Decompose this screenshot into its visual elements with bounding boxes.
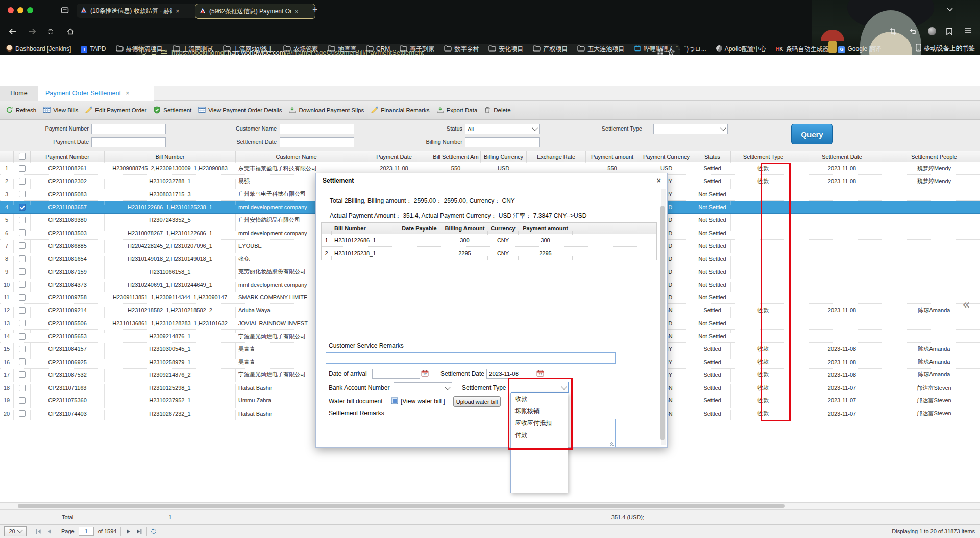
bookmark-item[interactable]: 五大连池项目 (577, 45, 624, 54)
page-size-select[interactable]: 20 (4, 526, 27, 536)
row-checkbox[interactable] (19, 346, 26, 352)
row-checkbox[interactable] (19, 358, 26, 365)
settlement-date-input[interactable] (280, 137, 354, 147)
toolbar-button-edit-payment-order[interactable]: Edit Payment Order (85, 106, 146, 115)
settlement-type-select[interactable] (653, 124, 728, 134)
minimize-window-button[interactable] (17, 7, 23, 13)
column-header-0[interactable]: Payment Number (31, 151, 105, 162)
bookmark-item[interactable]: HK条码自动生成器 (776, 45, 828, 54)
modal-table-row[interactable]: 1H2310122686_1300CNY300 (322, 234, 656, 247)
pocket-save-icon[interactable] (946, 28, 953, 37)
row-checkbox[interactable] (19, 229, 26, 236)
column-header-2[interactable]: Customer Name (236, 151, 357, 162)
bookmark-item[interactable]: 安化项目 (488, 45, 523, 54)
view-water-bill-link[interactable]: [View water bill ] (401, 398, 445, 405)
toolbar-button-download-payment-slips[interactable]: Download Payment Slips (288, 106, 364, 115)
horizontal-scrollbar[interactable] (0, 502, 980, 510)
payment-date-input[interactable] (91, 137, 166, 147)
bookmark-item[interactable]: CRM (366, 45, 390, 53)
toolbar-button-settlement[interactable]: Settlement (153, 106, 191, 115)
toolbar-button-delete[interactable]: Delete (484, 106, 510, 115)
csr-input[interactable] (326, 352, 616, 364)
mobile-bookmarks[interactable]: 移动设备上的书签 (916, 44, 975, 53)
forward-icon[interactable] (28, 28, 37, 37)
row-checkbox[interactable] (19, 191, 26, 197)
toolbar-button-export-data[interactable]: Export Data (436, 106, 478, 115)
row-checkbox[interactable] (19, 281, 26, 288)
zoom-window-button[interactable] (27, 7, 33, 13)
row-checkbox[interactable] (19, 268, 26, 275)
row-checkbox[interactable] (19, 165, 26, 172)
new-tab-button[interactable]: + (312, 5, 318, 15)
close-window-button[interactable] (8, 7, 14, 13)
close-tab-icon[interactable]: × (295, 8, 299, 15)
close-tab-icon[interactable]: × (126, 90, 129, 97)
calendar-icon[interactable]: 17 (421, 370, 429, 378)
bookmark-item[interactable]: Apollo配置中心 (716, 45, 766, 54)
row-checkbox[interactable] (19, 371, 26, 378)
column-header-1[interactable]: Bill Number (105, 151, 236, 162)
bookmark-item[interactable]: 土流网测试 (173, 45, 213, 54)
column-header-7[interactable]: Payment amount (586, 151, 639, 162)
status-select[interactable]: All (465, 124, 540, 134)
row-checkbox[interactable] (19, 320, 26, 326)
row-checkbox[interactable] (19, 255, 26, 262)
close-icon[interactable]: × (657, 176, 661, 185)
tab-home[interactable]: Home (0, 86, 38, 101)
column-header-10[interactable]: Settlement Type (731, 151, 796, 162)
calendar-icon[interactable]: 17 (536, 370, 544, 378)
refresh-grid-icon[interactable] (151, 529, 156, 534)
bookmark-item[interactable]: 地查查 (328, 45, 356, 54)
water-bill-checkbox-icon[interactable] (391, 397, 398, 406)
scrollbar-thumb[interactable] (18, 504, 785, 508)
arrival-date-input[interactable] (372, 369, 420, 379)
column-header-12[interactable]: Settlement People (888, 151, 980, 162)
bookmark-item[interactable]: 产权项目 (533, 45, 568, 54)
bookmark-item[interactable]: 赫德物流项目 (116, 45, 163, 54)
bookmark-item[interactable]: 燕子到家 (400, 45, 434, 54)
row-checkbox[interactable] (19, 217, 26, 223)
next-page-button[interactable] (125, 528, 132, 535)
row-checkbox[interactable] (19, 204, 26, 211)
first-page-button[interactable] (35, 528, 42, 535)
browser-tab-2-active[interactable]: (5962条推送信息) Payment Or × (195, 4, 315, 19)
bookmark-item[interactable]: 土流网stg/线上 (223, 45, 274, 54)
close-tab-icon[interactable]: × (176, 7, 180, 15)
home-icon[interactable] (66, 28, 75, 37)
select-all-checkbox[interactable] (19, 153, 26, 160)
bookmark-item[interactable]: 农场管家 (283, 45, 318, 54)
column-header-3[interactable]: Payment Date (357, 151, 431, 162)
bookmark-item[interactable]: Dashboard [Jenkins] (6, 45, 71, 53)
upload-water-bill-button[interactable]: Upload water bill (453, 396, 501, 407)
browser-tab-1[interactable]: (10条推送信息) 收款结算 - 赫德 × (77, 4, 198, 18)
column-header-4[interactable]: Bill Settlement Am (431, 151, 481, 162)
row-checkbox[interactable] (19, 397, 26, 404)
tab-payment-order-settlement[interactable]: Payment Order Settlement × (38, 86, 154, 101)
chevron-down-icon[interactable] (946, 6, 953, 13)
row-checkbox[interactable] (19, 242, 26, 249)
toolbar-button-financial-remarks[interactable]: Financial Remarks (371, 106, 429, 115)
billing-number-input[interactable] (465, 137, 540, 147)
bookmark-item[interactable]: 哔哩哔哩 (゜-゜)つロ... (634, 45, 706, 54)
payment-number-input[interactable] (91, 124, 166, 134)
reload-icon[interactable] (48, 29, 53, 36)
column-header-8[interactable]: Payment Currency (639, 151, 694, 162)
toolbar-button-view-bills[interactable]: View Bills (43, 106, 78, 114)
collapse-panel-icon[interactable]: « (962, 297, 970, 312)
bookmark-item[interactable]: 数字乡村 (444, 45, 479, 54)
column-header-6[interactable]: Exchange Rate (527, 151, 586, 162)
column-header-9[interactable]: Status (694, 151, 731, 162)
toolbar-button-refresh[interactable]: Refresh (6, 106, 36, 115)
page-number-input[interactable]: 1 (79, 527, 94, 536)
bookmark-item[interactable]: TTAPD (81, 45, 106, 53)
modal-scrollbar[interactable] (661, 189, 666, 445)
row-checkbox[interactable] (19, 385, 26, 391)
back-icon[interactable] (8, 28, 17, 37)
customer-name-input[interactable] (280, 124, 354, 134)
row-checkbox[interactable] (19, 307, 26, 314)
bookmark-item[interactable]: GGoogle 翻译 (838, 45, 881, 54)
prev-page-button[interactable] (46, 528, 53, 535)
row-checkbox[interactable] (19, 294, 26, 301)
query-button[interactable]: Query (791, 124, 833, 144)
screenshot-icon[interactable] (889, 28, 897, 37)
